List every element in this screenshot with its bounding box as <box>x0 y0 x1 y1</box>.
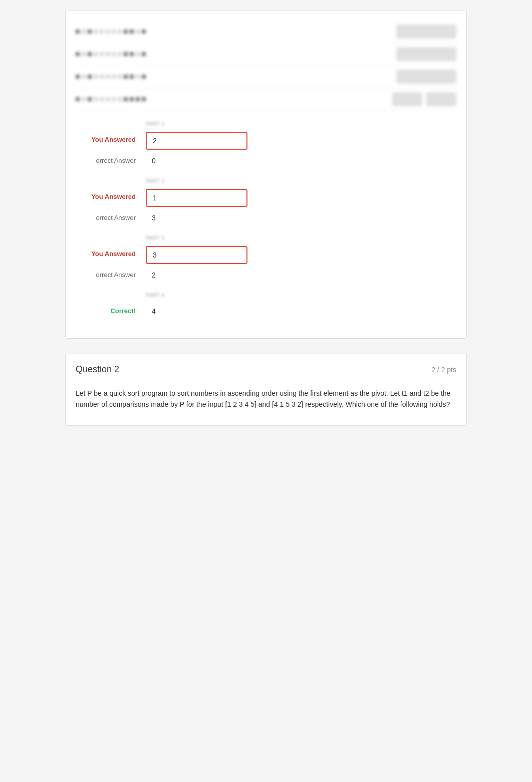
subpart-label-col: PART 2 <box>146 178 456 186</box>
dot-row-2 <box>76 52 392 56</box>
table-row <box>76 43 456 66</box>
left-spacer <box>76 235 146 239</box>
dot <box>106 52 110 56</box>
dot <box>136 75 140 79</box>
dot <box>100 52 104 56</box>
question2-score: 2 / 2 pts <box>431 366 456 374</box>
left-spacer <box>76 178 146 182</box>
dot <box>94 30 98 34</box>
dot-row-4 <box>76 97 388 101</box>
correct-answer-label-1: orrect Answer <box>76 153 146 164</box>
dot <box>76 30 80 34</box>
dot <box>82 97 86 101</box>
page-wrapper: PART 1 You Answered orrect Answer 0 <box>0 0 532 451</box>
answer-input-1[interactable] <box>146 132 247 150</box>
correct-label-4: Correct! <box>76 303 146 315</box>
question2-header: Question 2 2 / 2 pts <box>76 364 456 375</box>
dot <box>88 52 92 56</box>
dot-row-1 <box>76 30 392 34</box>
dot <box>136 97 140 101</box>
subpart-label-col: PART 3 <box>146 235 456 243</box>
dot <box>112 30 116 34</box>
you-answered-row-2: You Answered <box>76 189 456 207</box>
dot <box>130 75 134 79</box>
dot <box>76 75 80 79</box>
dot <box>112 52 116 56</box>
dot <box>142 97 146 101</box>
dot <box>136 30 140 34</box>
dot <box>142 75 146 79</box>
answer-section-4: PART 4 Correct! 4 <box>76 292 456 319</box>
answer-input-col-2 <box>146 189 456 207</box>
subpart-label-2: PART 2 <box>146 178 456 184</box>
blurred-button <box>396 25 456 39</box>
dot <box>94 52 98 56</box>
dot <box>100 30 104 34</box>
correct-answer-value-3: 2 <box>146 267 456 283</box>
subpart-row-4: PART 4 <box>76 292 456 300</box>
dot <box>106 97 110 101</box>
correct-answer-value-2: 3 <box>146 210 456 226</box>
correct-value-col-1: 0 <box>146 153 456 169</box>
dot <box>124 30 128 34</box>
subpart-label-col: PART 1 <box>146 121 456 129</box>
dot <box>76 97 80 101</box>
question2-title: Question 2 <box>76 364 119 375</box>
answer-section-3: PART 3 You Answered orrect Answer 2 <box>76 235 456 283</box>
answer-input-col-3 <box>146 246 456 264</box>
dot <box>88 97 92 101</box>
dot <box>88 30 92 34</box>
correct-answer-row-3: orrect Answer 2 <box>76 267 456 283</box>
correct-row-4: Correct! 4 <box>76 303 456 319</box>
correct-answer-label-2: orrect Answer <box>76 210 146 221</box>
you-answered-row-1: You Answered <box>76 132 456 150</box>
dot <box>130 52 134 56</box>
dot <box>82 52 86 56</box>
dot <box>106 75 110 79</box>
dot <box>94 75 98 79</box>
you-answered-label-2: You Answered <box>76 189 146 200</box>
dot <box>94 97 98 101</box>
correct-value-col-3: 2 <box>146 267 456 283</box>
dot <box>130 30 134 34</box>
subpart-row-3: PART 3 <box>76 235 456 243</box>
dot <box>118 52 122 56</box>
dot <box>112 97 116 101</box>
subpart-label-col: PART 4 <box>146 292 456 300</box>
dot <box>124 97 128 101</box>
dot <box>118 75 122 79</box>
correct-answer-value-1: 0 <box>146 153 456 169</box>
dot <box>118 97 122 101</box>
dot <box>76 52 80 56</box>
answer-input-2[interactable] <box>146 189 247 207</box>
answer-input-3[interactable] <box>146 246 247 264</box>
dot <box>124 75 128 79</box>
answer-section-2: PART 2 You Answered orrect Answer 3 <box>76 178 456 226</box>
question2-body: Let P be a quick sort program to sort nu… <box>76 383 456 415</box>
you-answered-row-3: You Answered <box>76 246 456 264</box>
subpart-row-2: PART 2 <box>76 178 456 186</box>
dot <box>130 97 134 101</box>
left-spacer <box>76 121 146 125</box>
subpart-label-4: PART 4 <box>146 292 456 298</box>
dot <box>100 75 104 79</box>
answer-value-col-4: 4 <box>146 303 456 319</box>
dot <box>142 30 146 34</box>
table-row <box>76 66 456 88</box>
dot <box>82 75 86 79</box>
correct-answer-row-2: orrect Answer 3 <box>76 210 456 226</box>
dot <box>112 75 116 79</box>
left-spacer <box>76 292 146 296</box>
subpart-label-3: PART 3 <box>146 235 456 241</box>
dot <box>82 30 86 34</box>
you-answered-label-3: You Answered <box>76 246 146 257</box>
question2-block: Question 2 2 / 2 pts Let P be a quick so… <box>65 354 467 426</box>
you-answered-label-1: You Answered <box>76 132 146 143</box>
correct-answer-label-3: orrect Answer <box>76 267 146 279</box>
blurred-button-small <box>426 92 456 106</box>
dot <box>88 75 92 79</box>
dot-row-3 <box>76 75 392 79</box>
dot <box>100 97 104 101</box>
blurred-button <box>396 70 456 84</box>
dot <box>142 52 146 56</box>
